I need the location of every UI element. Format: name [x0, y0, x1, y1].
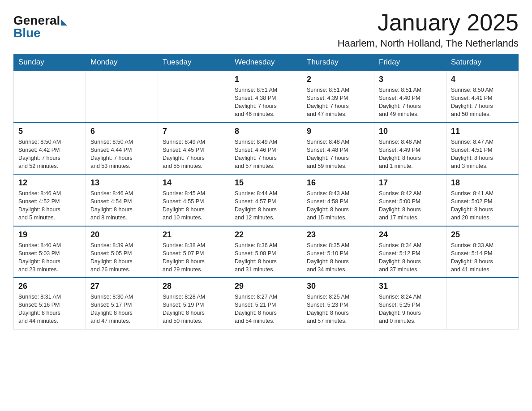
- day-number: 30: [307, 282, 369, 291]
- day-info: Sunrise: 8:38 AM Sunset: 5:07 PM Dayligh…: [163, 241, 225, 274]
- calendar-day-cell: 19Sunrise: 8:40 AM Sunset: 5:03 PM Dayli…: [14, 226, 86, 278]
- day-info: Sunrise: 8:28 AM Sunset: 5:19 PM Dayligh…: [163, 293, 225, 325]
- calendar-day-cell: 3Sunrise: 8:51 AM Sunset: 4:40 PM Daylig…: [374, 71, 446, 123]
- location-title: Haarlem, North Holland, The Netherlands: [338, 38, 519, 49]
- day-number: 6: [90, 127, 153, 136]
- calendar-week-row: 19Sunrise: 8:40 AM Sunset: 5:03 PM Dayli…: [14, 226, 519, 278]
- day-info: Sunrise: 8:27 AM Sunset: 5:21 PM Dayligh…: [235, 293, 297, 325]
- calendar-week-row: 5Sunrise: 8:50 AM Sunset: 4:42 PM Daylig…: [14, 123, 519, 175]
- day-info: Sunrise: 8:48 AM Sunset: 4:49 PM Dayligh…: [379, 138, 442, 171]
- day-info: Sunrise: 8:30 AM Sunset: 5:17 PM Dayligh…: [90, 293, 153, 325]
- day-of-week-header: Monday: [86, 54, 158, 71]
- calendar-day-cell: 20Sunrise: 8:39 AM Sunset: 5:05 PM Dayli…: [86, 226, 158, 278]
- day-number: 22: [235, 230, 297, 240]
- logo: General Blue: [13, 9, 67, 40]
- day-number: 31: [379, 282, 442, 291]
- day-number: 17: [379, 178, 442, 188]
- day-number: 3: [379, 75, 442, 84]
- calendar-day-cell: 23Sunrise: 8:35 AM Sunset: 5:10 PM Dayli…: [302, 226, 374, 278]
- calendar-day-cell: 1Sunrise: 8:51 AM Sunset: 4:38 PM Daylig…: [230, 71, 302, 123]
- day-number: 29: [235, 282, 297, 291]
- day-number: 24: [379, 230, 442, 240]
- day-info: Sunrise: 8:34 AM Sunset: 5:12 PM Dayligh…: [379, 241, 442, 274]
- logo-blue-text: Blue: [13, 26, 41, 40]
- logo-arrow-icon: [61, 19, 67, 26]
- day-number: 5: [18, 127, 81, 136]
- day-number: 12: [18, 178, 81, 188]
- calendar-week-row: 26Sunrise: 8:31 AM Sunset: 5:16 PM Dayli…: [14, 278, 519, 329]
- day-number: 11: [451, 127, 514, 136]
- day-number: 25: [451, 230, 514, 240]
- day-number: 1: [235, 75, 297, 84]
- day-info: Sunrise: 8:50 AM Sunset: 4:44 PM Dayligh…: [90, 138, 153, 171]
- calendar-day-cell: 13Sunrise: 8:46 AM Sunset: 4:54 PM Dayli…: [86, 174, 158, 226]
- day-info: Sunrise: 8:48 AM Sunset: 4:48 PM Dayligh…: [307, 138, 369, 171]
- day-number: 13: [90, 178, 153, 188]
- calendar-day-cell: 9Sunrise: 8:48 AM Sunset: 4:48 PM Daylig…: [302, 123, 374, 175]
- day-of-week-header: Thursday: [302, 54, 374, 71]
- day-number: 16: [307, 178, 369, 188]
- calendar-day-cell: 2Sunrise: 8:51 AM Sunset: 4:39 PM Daylig…: [302, 71, 374, 123]
- day-info: Sunrise: 8:31 AM Sunset: 5:16 PM Dayligh…: [18, 293, 81, 325]
- day-number: 26: [18, 282, 81, 291]
- day-number: 8: [235, 127, 297, 136]
- day-info: Sunrise: 8:50 AM Sunset: 4:42 PM Dayligh…: [18, 138, 81, 171]
- day-number: 20: [90, 230, 153, 240]
- day-number: 27: [90, 282, 153, 291]
- calendar-day-cell: 16Sunrise: 8:43 AM Sunset: 4:58 PM Dayli…: [302, 174, 374, 226]
- calendar-day-cell: [446, 278, 519, 329]
- day-of-week-header: Tuesday: [158, 54, 230, 71]
- calendar-day-cell: 8Sunrise: 8:49 AM Sunset: 4:46 PM Daylig…: [230, 123, 302, 175]
- title-area: January 2025 Haarlem, North Holland, The…: [338, 9, 519, 49]
- calendar-day-cell: 29Sunrise: 8:27 AM Sunset: 5:21 PM Dayli…: [230, 278, 302, 329]
- day-number: 23: [307, 230, 369, 240]
- day-info: Sunrise: 8:45 AM Sunset: 4:55 PM Dayligh…: [163, 189, 225, 222]
- day-info: Sunrise: 8:35 AM Sunset: 5:10 PM Dayligh…: [307, 241, 369, 274]
- day-info: Sunrise: 8:40 AM Sunset: 5:03 PM Dayligh…: [18, 241, 81, 274]
- calendar-table: SundayMondayTuesdayWednesdayThursdayFrid…: [13, 54, 519, 330]
- day-number: 21: [163, 230, 225, 240]
- calendar-day-cell: 28Sunrise: 8:28 AM Sunset: 5:19 PM Dayli…: [158, 278, 230, 329]
- day-info: Sunrise: 8:42 AM Sunset: 5:00 PM Dayligh…: [379, 189, 442, 222]
- day-of-week-header: Saturday: [446, 54, 519, 71]
- day-number: 9: [307, 127, 369, 136]
- calendar-header: SundayMondayTuesdayWednesdayThursdayFrid…: [14, 54, 519, 71]
- day-number: 15: [235, 178, 297, 188]
- calendar-day-cell: 4Sunrise: 8:50 AM Sunset: 4:41 PM Daylig…: [446, 71, 519, 123]
- day-info: Sunrise: 8:51 AM Sunset: 4:40 PM Dayligh…: [379, 86, 442, 119]
- day-info: Sunrise: 8:25 AM Sunset: 5:23 PM Dayligh…: [307, 293, 369, 325]
- day-info: Sunrise: 8:33 AM Sunset: 5:14 PM Dayligh…: [451, 241, 514, 274]
- day-number: 18: [451, 178, 514, 188]
- day-info: Sunrise: 8:51 AM Sunset: 4:38 PM Dayligh…: [235, 86, 297, 119]
- calendar-day-cell: 31Sunrise: 8:24 AM Sunset: 5:25 PM Dayli…: [374, 278, 446, 329]
- calendar-day-cell: [158, 71, 230, 123]
- day-of-week-header: Wednesday: [230, 54, 302, 71]
- day-number: 14: [163, 178, 225, 188]
- month-title: January 2025: [338, 9, 519, 36]
- page-header: General Blue January 2025 Haarlem, North…: [13, 9, 519, 49]
- calendar-day-cell: 17Sunrise: 8:42 AM Sunset: 5:00 PM Dayli…: [374, 174, 446, 226]
- days-of-week-row: SundayMondayTuesdayWednesdayThursdayFrid…: [14, 54, 519, 71]
- day-info: Sunrise: 8:49 AM Sunset: 4:45 PM Dayligh…: [163, 138, 225, 171]
- day-info: Sunrise: 8:44 AM Sunset: 4:57 PM Dayligh…: [235, 189, 297, 222]
- day-number: 28: [163, 282, 225, 291]
- day-number: 2: [307, 75, 369, 84]
- calendar-day-cell: 30Sunrise: 8:25 AM Sunset: 5:23 PM Dayli…: [302, 278, 374, 329]
- day-info: Sunrise: 8:41 AM Sunset: 5:02 PM Dayligh…: [451, 189, 514, 222]
- day-number: 4: [451, 75, 514, 84]
- day-info: Sunrise: 8:51 AM Sunset: 4:39 PM Dayligh…: [307, 86, 369, 119]
- calendar-day-cell: 18Sunrise: 8:41 AM Sunset: 5:02 PM Dayli…: [446, 174, 519, 226]
- calendar-day-cell: 25Sunrise: 8:33 AM Sunset: 5:14 PM Dayli…: [446, 226, 519, 278]
- calendar-day-cell: 15Sunrise: 8:44 AM Sunset: 4:57 PM Dayli…: [230, 174, 302, 226]
- calendar-day-cell: 12Sunrise: 8:46 AM Sunset: 4:52 PM Dayli…: [14, 174, 86, 226]
- calendar-day-cell: [86, 71, 158, 123]
- calendar-week-row: 12Sunrise: 8:46 AM Sunset: 4:52 PM Dayli…: [14, 174, 519, 226]
- calendar-day-cell: 21Sunrise: 8:38 AM Sunset: 5:07 PM Dayli…: [158, 226, 230, 278]
- day-of-week-header: Friday: [374, 54, 446, 71]
- day-number: 10: [379, 127, 442, 136]
- day-info: Sunrise: 8:47 AM Sunset: 4:51 PM Dayligh…: [451, 138, 514, 171]
- day-info: Sunrise: 8:46 AM Sunset: 4:52 PM Dayligh…: [18, 189, 81, 222]
- calendar-day-cell: 27Sunrise: 8:30 AM Sunset: 5:17 PM Dayli…: [86, 278, 158, 329]
- calendar-day-cell: 5Sunrise: 8:50 AM Sunset: 4:42 PM Daylig…: [14, 123, 86, 175]
- day-info: Sunrise: 8:36 AM Sunset: 5:08 PM Dayligh…: [235, 241, 297, 274]
